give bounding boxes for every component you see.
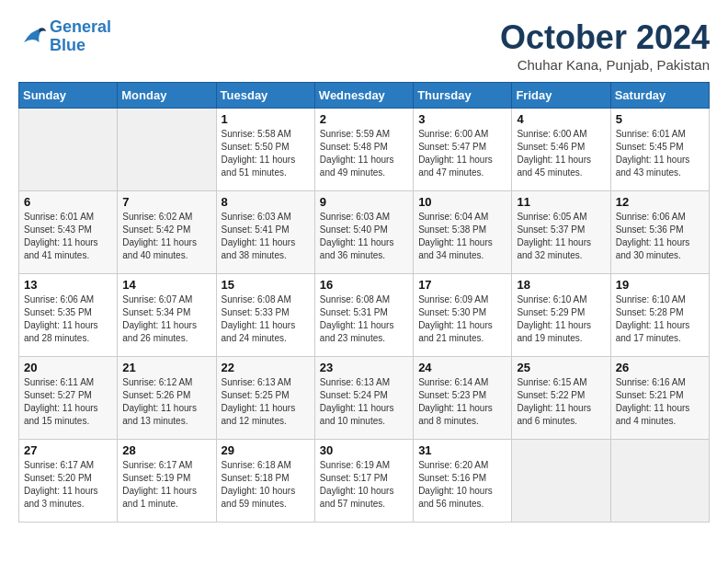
weekday-header-tuesday: Tuesday [216,83,314,109]
weekday-header-saturday: Saturday [610,83,709,109]
calendar-cell [19,109,118,191]
day-info: Sunrise: 6:13 AM Sunset: 5:25 PM Dayligh… [222,376,310,428]
calendar-cell: 16Sunrise: 6:08 AM Sunset: 5:31 PM Dayli… [314,274,413,357]
day-info: Sunrise: 6:16 AM Sunset: 5:21 PM Dayligh… [616,376,704,428]
day-number: 8 [222,195,310,209]
day-number: 18 [517,278,605,292]
calendar-cell: 27Sunrise: 6:17 AM Sunset: 5:20 PM Dayli… [19,440,118,523]
calendar-cell: 9Sunrise: 6:03 AM Sunset: 5:40 PM Daylig… [314,191,413,274]
calendar-cell: 14Sunrise: 6:07 AM Sunset: 5:34 PM Dayli… [118,274,216,357]
calendar-cell: 20Sunrise: 6:11 AM Sunset: 5:27 PM Dayli… [19,357,118,440]
day-number: 2 [320,112,408,126]
calendar-cell: 31Sunrise: 6:20 AM Sunset: 5:16 PM Dayli… [414,440,512,523]
day-info: Sunrise: 6:00 AM Sunset: 5:47 PM Dayligh… [418,128,506,179]
logo: General Blue [18,18,111,55]
calendar-cell: 4Sunrise: 6:00 AM Sunset: 5:46 PM Daylig… [512,109,610,191]
day-info: Sunrise: 6:08 AM Sunset: 5:33 PM Dayligh… [222,293,310,345]
weekday-header-wednesday: Wednesday [314,83,413,109]
day-number: 5 [616,112,704,126]
calendar-week-3: 13Sunrise: 6:06 AM Sunset: 5:35 PM Dayli… [19,274,710,357]
day-info: Sunrise: 6:03 AM Sunset: 5:41 PM Dayligh… [222,211,310,262]
calendar-cell: 13Sunrise: 6:06 AM Sunset: 5:35 PM Dayli… [19,274,118,357]
day-info: Sunrise: 6:19 AM Sunset: 5:17 PM Dayligh… [320,459,408,511]
calendar-week-1: 1Sunrise: 5:58 AM Sunset: 5:50 PM Daylig… [19,109,710,191]
day-info: Sunrise: 6:17 AM Sunset: 5:20 PM Dayligh… [24,459,112,511]
day-info: Sunrise: 6:12 AM Sunset: 5:26 PM Dayligh… [122,376,210,428]
calendar-cell: 1Sunrise: 5:58 AM Sunset: 5:50 PM Daylig… [216,109,314,191]
day-number: 22 [222,361,310,374]
day-number: 4 [517,112,605,126]
day-info: Sunrise: 6:08 AM Sunset: 5:31 PM Dayligh… [320,293,408,345]
day-info: Sunrise: 6:10 AM Sunset: 5:28 PM Dayligh… [616,293,704,345]
page-header: General Blue October 2024 Chuhar Kana, P… [18,18,710,73]
day-number: 19 [616,278,704,292]
location-subtitle: Chuhar Kana, Punjab, Pakistan [500,57,710,73]
day-info: Sunrise: 6:17 AM Sunset: 5:19 PM Dayligh… [122,459,210,511]
calendar-cell: 24Sunrise: 6:14 AM Sunset: 5:23 PM Dayli… [414,357,512,440]
calendar-week-2: 6Sunrise: 6:01 AM Sunset: 5:43 PM Daylig… [19,191,710,274]
weekday-header-monday: Monday [118,83,216,109]
logo-icon [18,23,46,51]
day-info: Sunrise: 6:04 AM Sunset: 5:38 PM Dayligh… [418,211,506,262]
calendar-cell: 29Sunrise: 6:18 AM Sunset: 5:18 PM Dayli… [216,440,314,523]
day-number: 26 [616,361,704,374]
day-number: 9 [320,195,408,209]
day-number: 27 [24,443,112,457]
calendar-cell: 22Sunrise: 6:13 AM Sunset: 5:25 PM Dayli… [216,357,314,440]
calendar-cell: 18Sunrise: 6:10 AM Sunset: 5:29 PM Dayli… [512,274,610,357]
day-number: 3 [418,112,506,126]
calendar-cell: 15Sunrise: 6:08 AM Sunset: 5:33 PM Dayli… [216,274,314,357]
day-info: Sunrise: 6:14 AM Sunset: 5:23 PM Dayligh… [418,376,506,428]
calendar-cell: 30Sunrise: 6:19 AM Sunset: 5:17 PM Dayli… [314,440,413,523]
calendar-cell: 26Sunrise: 6:16 AM Sunset: 5:21 PM Dayli… [610,357,709,440]
day-number: 25 [517,361,605,374]
day-info: Sunrise: 6:06 AM Sunset: 5:36 PM Dayligh… [616,211,704,262]
calendar-cell: 11Sunrise: 6:05 AM Sunset: 5:37 PM Dayli… [512,191,610,274]
calendar-cell: 7Sunrise: 6:02 AM Sunset: 5:42 PM Daylig… [118,191,216,274]
day-info: Sunrise: 6:13 AM Sunset: 5:24 PM Dayligh… [320,376,408,428]
day-number: 30 [320,443,408,457]
day-info: Sunrise: 6:00 AM Sunset: 5:46 PM Dayligh… [517,128,605,179]
day-number: 28 [122,443,210,457]
logo-text: General Blue [50,18,111,55]
day-number: 15 [222,278,310,292]
day-number: 20 [24,361,112,374]
title-section: October 2024 Chuhar Kana, Punjab, Pakist… [500,18,710,73]
calendar-cell: 17Sunrise: 6:09 AM Sunset: 5:30 PM Dayli… [414,274,512,357]
day-number: 16 [320,278,408,292]
calendar-cell: 3Sunrise: 6:00 AM Sunset: 5:47 PM Daylig… [414,109,512,191]
calendar-table: SundayMondayTuesdayWednesdayThursdayFrid… [18,82,710,523]
calendar-cell [512,440,610,523]
day-number: 24 [418,361,506,374]
calendar-cell: 8Sunrise: 6:03 AM Sunset: 5:41 PM Daylig… [216,191,314,274]
day-number: 29 [222,443,310,457]
day-info: Sunrise: 6:09 AM Sunset: 5:30 PM Dayligh… [418,293,506,345]
weekday-header-friday: Friday [512,83,610,109]
day-info: Sunrise: 6:18 AM Sunset: 5:18 PM Dayligh… [222,459,310,511]
day-info: Sunrise: 6:05 AM Sunset: 5:37 PM Dayligh… [517,211,605,262]
day-number: 21 [122,361,210,374]
weekday-header-sunday: Sunday [19,83,118,109]
calendar-cell: 10Sunrise: 6:04 AM Sunset: 5:38 PM Dayli… [414,191,512,274]
calendar-cell [610,440,709,523]
month-title: October 2024 [500,18,710,57]
day-number: 10 [418,195,506,209]
day-info: Sunrise: 6:01 AM Sunset: 5:45 PM Dayligh… [616,128,704,179]
calendar-cell: 21Sunrise: 6:12 AM Sunset: 5:26 PM Dayli… [118,357,216,440]
day-number: 23 [320,361,408,374]
calendar-cell: 28Sunrise: 6:17 AM Sunset: 5:19 PM Dayli… [118,440,216,523]
day-info: Sunrise: 5:59 AM Sunset: 5:48 PM Dayligh… [320,128,408,179]
day-info: Sunrise: 6:01 AM Sunset: 5:43 PM Dayligh… [24,211,112,262]
day-number: 17 [418,278,506,292]
day-info: Sunrise: 6:06 AM Sunset: 5:35 PM Dayligh… [24,293,112,345]
day-number: 6 [24,195,112,209]
day-number: 12 [616,195,704,209]
day-number: 13 [24,278,112,292]
day-number: 31 [418,443,506,457]
calendar-cell: 25Sunrise: 6:15 AM Sunset: 5:22 PM Dayli… [512,357,610,440]
weekday-header-thursday: Thursday [414,83,512,109]
calendar-week-4: 20Sunrise: 6:11 AM Sunset: 5:27 PM Dayli… [19,357,710,440]
day-number: 11 [517,195,605,209]
day-info: Sunrise: 6:07 AM Sunset: 5:34 PM Dayligh… [122,293,210,345]
calendar-week-5: 27Sunrise: 6:17 AM Sunset: 5:20 PM Dayli… [19,440,710,523]
